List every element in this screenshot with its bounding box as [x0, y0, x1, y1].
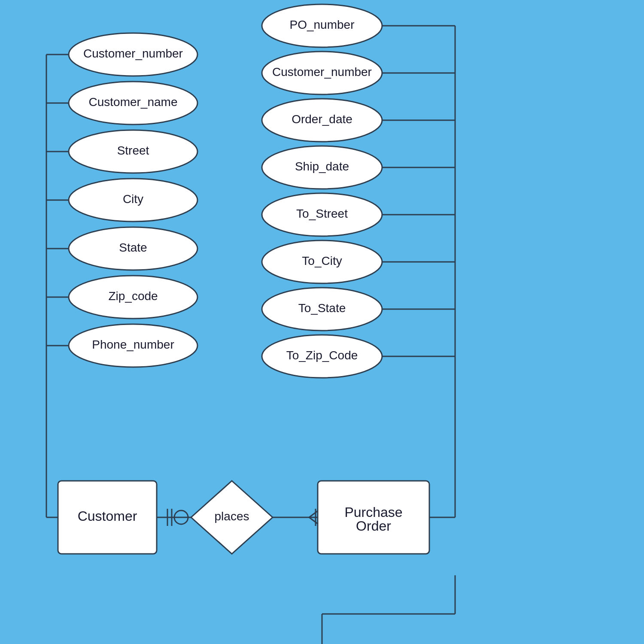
customer-entity-label: Customer — [78, 508, 137, 524]
attr-zip-code: Zip_code — [108, 289, 158, 303]
attr-phone-number: Phone_number — [92, 338, 174, 351]
diagram-container: Customer Purchase Order places Customer_… — [0, 0, 644, 644]
attr-state: State — [119, 241, 147, 254]
attr-to-zip-code: To_Zip_Code — [286, 349, 358, 362]
svg-line-32 — [309, 517, 318, 524]
attr-customer-name: Customer_name — [89, 95, 178, 109]
purchase-order-entity-label2: Order — [356, 518, 391, 534]
attr-city: City — [123, 192, 143, 206]
attr-cust-number: Customer_number — [272, 65, 372, 79]
purchase-order-entity-label: Purchase — [344, 504, 402, 520]
attr-to-street: To_Street — [296, 207, 348, 220]
er-diagram-svg: Customer Purchase Order places Customer_… — [0, 0, 644, 644]
relationship-label: places — [215, 510, 249, 523]
attr-to-city: To_City — [302, 254, 342, 267]
attr-ship-date: Ship_date — [295, 160, 349, 173]
svg-line-31 — [309, 511, 318, 517]
attr-order-date: Order_date — [292, 112, 352, 126]
attr-street: Street — [117, 144, 149, 157]
attr-to-state: To_State — [298, 301, 346, 315]
attr-po-number: PO_number — [290, 18, 355, 31]
attr-customer-number: Customer_number — [83, 47, 183, 60]
